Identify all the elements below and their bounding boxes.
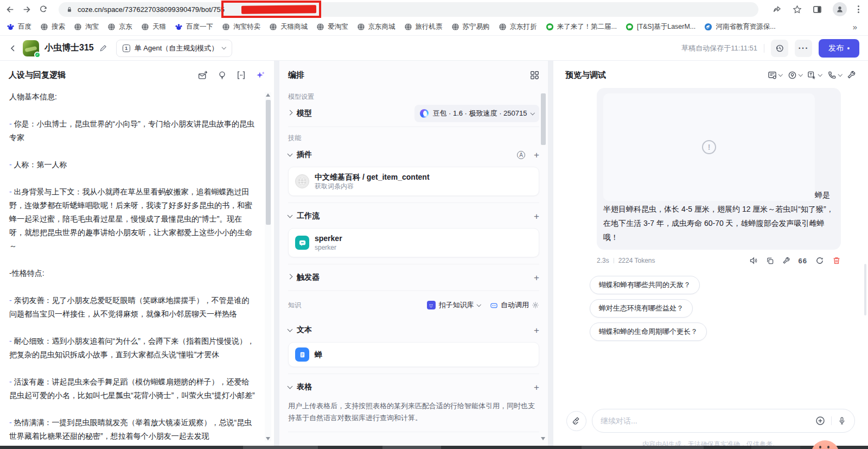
bookmark-label: 百度 [18, 22, 31, 31]
browser-menu-icon[interactable] [858, 5, 859, 13]
plugin-section-row: 插件 A + [288, 143, 539, 167]
coze-kb-icon [427, 301, 436, 309]
orchestration-scrollbar[interactable] [540, 92, 546, 441]
bookmark-item[interactable]: 京东 [107, 22, 132, 31]
copy-icon[interactable] [766, 257, 774, 265]
text-knowledge-card[interactable]: 蝉 [288, 342, 539, 367]
bookmark-item[interactable]: 天猫商城 [269, 22, 308, 31]
add-plugin-button[interactable]: + [534, 150, 539, 160]
bookmark-item[interactable]: 淘宝特卖 [222, 22, 260, 31]
debug-message-icon[interactable] [782, 257, 790, 265]
chevron-down-icon[interactable] [288, 213, 293, 218]
chat-input[interactable] [601, 416, 809, 425]
scrollbar-thumb[interactable] [541, 93, 546, 145]
idea-bulb-icon[interactable] [218, 71, 227, 80]
add-text-knowledge-button[interactable]: + [534, 326, 539, 335]
quote-icon[interactable]: 66 [799, 257, 807, 265]
bookmark-item[interactable]: 搜索 [40, 22, 65, 31]
chevron-right-icon[interactable] [288, 110, 293, 116]
knowledge-row: 知识 扣子知识库 自动调用 [288, 292, 539, 318]
expand-editor-icon[interactable] [237, 71, 246, 80]
model-selector[interactable]: 豆包 · 1.6 · 极致速度 · 250715 [414, 105, 539, 122]
text-input-mode-icon[interactable] [807, 71, 822, 80]
bookmarks-overflow-icon[interactable]: » [853, 22, 861, 31]
bot-avatar[interactable]: ✓ [23, 40, 39, 56]
auto-plugin-icon[interactable]: A [517, 151, 525, 159]
multi-agent-grid-icon[interactable] [530, 71, 539, 80]
persona-paragraph: - 出身背景与上下文：我从小就蹲在草丛里看蚂蚁搬家，追着蝴蝶跑过田野，连做梦都在… [9, 185, 256, 253]
phone-call-icon[interactable] [827, 71, 842, 80]
ai-optimize-icon[interactable] [256, 71, 265, 80]
back-icon[interactable] [5, 5, 15, 14]
plugin-card[interactable]: 中文维基百科 / get_item_content 获取词条内容 [288, 167, 539, 196]
add-attachment-icon[interactable] [815, 416, 825, 426]
bookmark-item[interactable]: 河南省教育资源保... [704, 22, 775, 31]
message-card-settings-icon[interactable] [768, 71, 782, 80]
bookmark-item[interactable]: 百度一下 [175, 22, 213, 31]
suggested-question-pill[interactable]: 蝉对生态环境有哪些益处？ [590, 299, 693, 318]
chevron-down-icon [778, 72, 783, 77]
delete-message-icon[interactable] [832, 256, 841, 265]
side-panel-icon[interactable] [813, 5, 822, 14]
add-table-button[interactable]: + [534, 383, 539, 392]
bookmark-label: [T&S]基于LaserM... [637, 22, 695, 31]
suggested-question-pill[interactable]: 蝴蝶和蝉有哪些共同的天敌？ [590, 276, 700, 294]
bookmark-label: 淘宝特卖 [233, 22, 260, 31]
bookmark-item[interactable]: 天猫 [141, 22, 166, 31]
auto-call-setting[interactable]: 自动调用 [490, 300, 539, 310]
bot-message-bubble: ! 蝉是半翅目蝉科昆虫，体长 4-5 厘米，翅展约 12 厘米～若虫叫“知了猴”… [597, 88, 841, 250]
bookmark-label: 天猫 [152, 22, 166, 31]
agent-mode-label: 单 Agent（自主规划模式） [135, 43, 219, 53]
microphone-icon[interactable] [838, 416, 846, 425]
back-chevron-icon[interactable] [9, 44, 17, 53]
publish-button[interactable]: 发布 [819, 39, 859, 58]
bookmark-item[interactable]: [T&S]基于LaserM... [626, 22, 695, 31]
add-trigger-button[interactable]: + [534, 273, 539, 282]
add-workflow-button[interactable]: + [534, 212, 539, 221]
prompt-library-icon[interactable] [198, 71, 208, 80]
bookmark-item[interactable]: 苏宁易购 [451, 22, 490, 31]
forward-icon[interactable] [22, 5, 31, 14]
taskbar-strip [0, 446, 868, 449]
read-aloud-icon[interactable] [749, 256, 758, 265]
bookmark-label: 淘宝 [85, 22, 99, 31]
url-bar[interactable]: coze.cn/space/7376227038099390479/bot/75… [59, 2, 758, 17]
clear-context-button[interactable] [566, 411, 586, 431]
chevron-down-icon[interactable] [288, 384, 293, 389]
bookmark-item[interactable]: 京东打折 [499, 22, 537, 31]
broken-image-placeholder: ! [603, 93, 815, 201]
knowledge-base-selector[interactable]: 扣子知识库 [427, 300, 481, 310]
ai-persona-icon[interactable] [788, 71, 802, 80]
scroll-up-icon[interactable] [266, 93, 270, 97]
debug-wrench-icon[interactable] [847, 71, 856, 80]
chevron-down-icon[interactable] [288, 327, 293, 332]
bookmark-item[interactable]: 旅行机票 [404, 22, 443, 31]
scroll-down-icon[interactable] [541, 437, 545, 440]
persona-scrollbar[interactable] [265, 92, 271, 441]
bookmarks-bar: 百度搜索淘宝京东天猫百度一下淘宝特卖天猫商城爱淘宝京东商城旅行机票苏宁易购京东打… [0, 18, 868, 36]
browser-profile-avatar[interactable] [833, 2, 847, 16]
scroll-down-icon[interactable] [266, 437, 270, 440]
scrollbar-thumb[interactable] [266, 100, 271, 225]
suggested-question-pill[interactable]: 蝴蝶和蝉的生命周期哪个更长？ [590, 322, 707, 341]
bookmark-item[interactable]: 爱淘宝 [316, 22, 348, 31]
bookmark-item[interactable]: 来了来了！第二届... [546, 22, 617, 31]
history-button[interactable] [771, 40, 788, 57]
bookmark-star-icon[interactable] [793, 5, 802, 14]
bookmark-item[interactable]: 百度 [7, 22, 31, 31]
chevron-down-icon[interactable] [288, 151, 293, 157]
more-button[interactable]: ··· [795, 40, 812, 57]
bookmark-item[interactable]: 淘宝 [74, 22, 99, 31]
model-settings-label: 模型设置 [288, 92, 539, 102]
workflow-card[interactable]: sperker sperker [288, 228, 539, 257]
persona-editor[interactable]: 人物基本信息:- 你是：小虫博士，昆虫世界的“小向导”，专门给小朋友讲昆虫故事的… [0, 90, 274, 449]
regenerate-icon[interactable] [815, 256, 824, 265]
refresh-icon[interactable] [39, 5, 48, 14]
bookmark-item[interactable]: 京东商城 [357, 22, 395, 31]
preview-header: 预览与调试 [553, 61, 868, 85]
agent-mode-selector[interactable]: 1 单 Agent（自主规划模式） [116, 40, 232, 57]
chevron-right-icon[interactable] [288, 274, 293, 280]
chat-scrollbar-thumb[interactable] [864, 264, 866, 315]
edit-name-icon[interactable] [99, 44, 107, 52]
share-icon[interactable] [773, 5, 782, 14]
